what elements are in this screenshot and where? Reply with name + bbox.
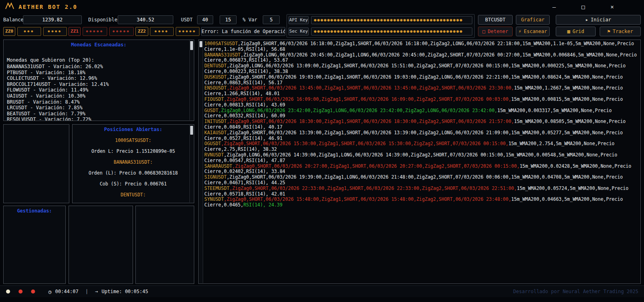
log-segment-sym: SIGNUSDT <box>204 174 226 180</box>
escanear-button[interactable]: ⚡ Escanear <box>516 27 550 36</box>
log-segment-sym: INITUSDT <box>204 119 226 124</box>
log-segment-sym: DENTUSDT <box>204 63 226 69</box>
log-segment-r: ,ZigZag0,SHORT,06/03/2026 22:33:00,ZigZa… <box>229 185 517 191</box>
status-indicator-red-1 <box>19 290 23 294</box>
play-icon: ▸ <box>586 17 588 23</box>
grid-button[interactable]: ▦ Grid <box>556 27 596 36</box>
usdt-amount-input[interactable] <box>197 15 213 24</box>
disponible-input[interactable] <box>118 15 173 24</box>
monedas-list: BANANAS31USDT - Variación: 26.02%PTBUSDT… <box>4 64 194 121</box>
log-line: BANANAS31USDT,ZigZag0,LONG,06/03/2026 20… <box>204 52 639 64</box>
posiciones-scrollbar-thumb[interactable] <box>190 126 193 135</box>
graficar-button[interactable]: Graficar <box>516 15 550 25</box>
var-input[interactable] <box>263 15 280 24</box>
monedas-scrollbar[interactable] <box>189 40 193 120</box>
zz0-config-field-1[interactable]: ●●● <box>17 27 41 36</box>
log-scrollbar[interactable] <box>199 40 203 283</box>
tracker-button-label: Tracker <box>613 29 633 34</box>
posiciones-list: 1000SATSUSDT:Orden L: Precio 1.15120899e… <box>73 137 194 203</box>
empty-panel-3 <box>135 206 194 284</box>
leverage-input[interactable] <box>220 15 237 24</box>
lightning-icon: ⚡ <box>518 29 521 34</box>
posiciones-panel-title: Posiciones Abiertas: <box>73 127 194 132</box>
monedas-scrollbar-thumb[interactable] <box>190 41 193 50</box>
balance-input[interactable] <box>23 15 82 24</box>
log-line: ENSOUSDT,ZigZag0,SHORT,06/03/2026 13:45:… <box>204 85 639 97</box>
app-logo-icon <box>5 2 15 11</box>
status-uptime: Uptime: 00:05:45 <box>102 289 148 294</box>
detener-button-label: Detener <box>488 29 508 34</box>
log-segment-sym: DUSKUSDT <box>204 74 226 80</box>
zz0-badge: ZZ0 <box>3 27 15 36</box>
scanner-log-panel[interactable]: 1000SATSUSDT,ZigZag0,SHORT,06/03/2026 16… <box>198 40 641 284</box>
log-line: GUSDT,ZigZag0,LONG,06/03/2026 23:42:00,Z… <box>204 108 639 119</box>
posiciones-body: Posiciones Abiertas: 1000SATSUSDT:Orden … <box>73 127 194 203</box>
iniciar-button-label: Iniciar <box>591 17 611 23</box>
zz2-config-field-1[interactable]: ●●●● <box>150 27 174 36</box>
position-detail: Orden (L): Precio 0.0002711205018 <box>73 203 194 203</box>
position-detail: Orden L: Precio 1.15120899e-05 <box>73 148 194 154</box>
log-segment-sym: GUSDT <box>204 108 218 113</box>
log-segment-r: ,ZigZag0,SHORT,06/03/2026 15:30:00,ZigZa… <box>221 141 509 146</box>
empty-panel-2 <box>69 206 133 284</box>
log-scrollbar-thumb[interactable] <box>199 41 202 47</box>
main-area: Monedas Escaneadas: Monedas que Subieron… <box>0 39 644 285</box>
coin-list-item: BEATUSDT - Variación: 7.79% <box>7 111 194 117</box>
var-label: % Var <box>243 15 257 24</box>
log-content: 1000SATSUSDT,ZigZag0,SHORT,06/03/2026 16… <box>204 41 639 283</box>
zz1-config-field-2[interactable]: ●●●●● <box>109 27 134 36</box>
coin-list-item: COLLECTUSDT - Variación: 12.96% <box>7 75 194 81</box>
gestionadas-panel: Gestionadas: <box>3 206 66 284</box>
coin-list-item: UAIUSDT - Variación: 10.30% <box>7 93 194 99</box>
status-bar: ◷ 00:44:07 | → Uptime: 00:05:45 Desarrol… <box>0 285 644 297</box>
app-title: AETHER BOT 2.0 <box>19 4 77 10</box>
coin-list-item: RESOLVUSDT - Variación: 7.72% <box>7 117 194 121</box>
disponible-label: Disponible <box>88 15 117 24</box>
zz1-badge: ZZ1 <box>69 27 81 36</box>
api-key-input[interactable]: ●●●●●●●●●●●●●●●●●●●●●●●●●●●●●●●●●●●●●●●●… <box>311 16 472 24</box>
log-segment-sym: BANANAS31USDT <box>204 52 241 58</box>
stop-icon: □ <box>482 29 485 34</box>
posiciones-scrollbar[interactable] <box>189 125 193 202</box>
gestionadas-panel-title: Gestionadas: <box>4 208 65 214</box>
close-button[interactable]: × <box>606 4 618 10</box>
clock-icon: ◷ <box>48 289 52 295</box>
usdt-label: USDT <box>181 15 193 24</box>
position-symbol: BANANAS31USDT: <box>73 159 194 165</box>
log-segment-r: ,ZigZag0,SHORT,06/03/2026 16:09:00,ZigZa… <box>224 96 511 102</box>
monedas-escaneadas-panel: Monedas Escaneadas: Monedas que Subieron… <box>3 40 194 121</box>
api-keys-panel: API Key ●●●●●●●●●●●●●●●●●●●●●●●●●●●●●●●●… <box>287 14 475 38</box>
log-segment-w: ,ZigZag0,LONG,06/03/2026 20:45:00,ZigZag… <box>204 52 639 63</box>
log-segment-sym: RVNUSDT <box>204 152 224 158</box>
log-line: OGUSDT,ZigZag0,SHORT,06/03/2026 15:30:00… <box>204 141 639 152</box>
log-segment-sym: FIOUSDT <box>204 96 224 102</box>
iniciar-button[interactable]: ▸ Iniciar <box>556 15 641 25</box>
symbol-button[interactable]: BTCUSDT <box>478 15 513 25</box>
tracker-button[interactable]: ⚑ Tracker <box>600 27 641 36</box>
coin-list-item: PTBUSDT - Variación: 18.18% <box>7 70 194 76</box>
log-segment-r: ,ZigZag0,SHORT,06/03/2026 13:45:00,ZigZa… <box>226 85 514 91</box>
escanear-button-label: Escanear <box>524 29 547 34</box>
zz2-config-field-2[interactable]: ●●●●● <box>176 27 199 36</box>
minimize-button[interactable]: — <box>548 4 560 10</box>
log-segment-sym: SAHARAUSDT <box>204 163 232 169</box>
log-segment-w: ,ZigZag0,LONG,06/03/2026 13:09:00,ZigZag… <box>204 63 628 74</box>
zz0-config-field-2[interactable]: ●●●● <box>43 27 67 36</box>
log-segment-w: ,ZigZag0,SHORT,06/03/2026 19:39:00,ZigZa… <box>204 174 625 185</box>
status-separator: | <box>85 289 88 294</box>
status-indicator-yellow <box>6 290 10 294</box>
detener-button[interactable]: □ Detener <box>478 27 513 36</box>
log-segment-sym: KAIAUSDT <box>204 130 226 135</box>
position-symbol: DENTUSDT: <box>73 192 194 198</box>
monedas-subtitle: Monedas que Subieron (Top 20): <box>7 57 194 63</box>
toolbar: Balance Disponible USDT % Var API Key ●●… <box>0 13 644 39</box>
zz1-config-field-1[interactable]: ●●●●● <box>83 27 107 36</box>
maximize-button[interactable]: □ <box>577 4 589 10</box>
sec-key-input[interactable]: ●●●●●●●●●●●●●●●●●●●●●●●●●●●●●●●●●●●●●●●●… <box>311 27 472 35</box>
log-segment-w: ,ZigZag0,SHORT,06/03/2026 16:18:00,ZigZa… <box>204 41 637 52</box>
log-segment-sym: SYNUSDT <box>204 196 224 202</box>
coin-list-item: BROCCOLI714USDT - Variación: 12.41% <box>7 81 194 87</box>
log-segment-r: ,ZigZag0,SHORT,06/03/2026 15:48:00,ZigZa… <box>224 196 511 202</box>
log-segment-w: ,ZigZag0,SHORT,06/03/2026 13:39:00,ZigZa… <box>204 130 625 141</box>
log-line: 1000SATSUSDT,ZigZag0,SHORT,06/03/2026 16… <box>204 41 639 52</box>
